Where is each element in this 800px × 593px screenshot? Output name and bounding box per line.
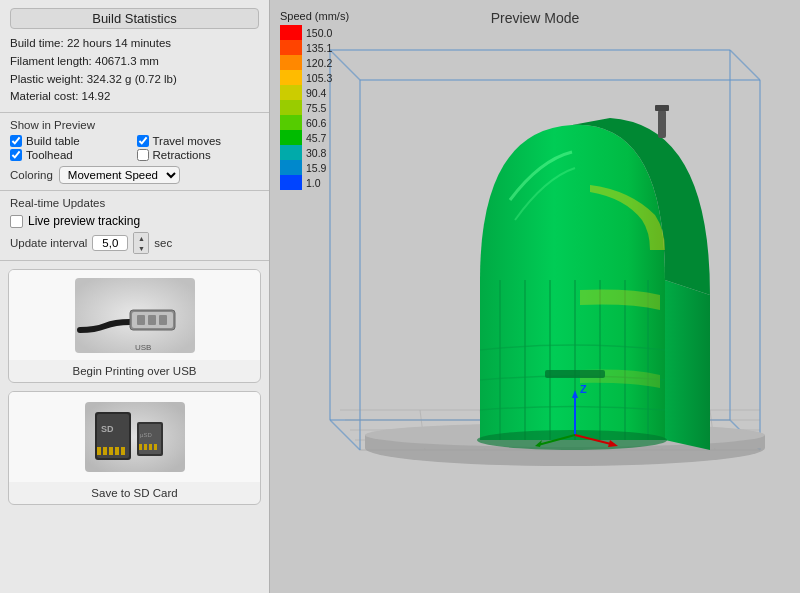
live-preview-row: Live preview tracking [10, 214, 259, 228]
svg-text:USB: USB [135, 343, 151, 352]
build-table-checkbox-item[interactable]: Build table [10, 135, 133, 147]
coloring-row: Coloring Movement Speed Line Type Layer … [10, 166, 259, 184]
plastic-weight: Plastic weight: 324.32 g (0.72 lb) [10, 71, 259, 89]
live-preview-label: Live preview tracking [28, 214, 140, 228]
legend-value-label: 1.0 [306, 177, 321, 189]
interval-up-button[interactable]: ▲ [134, 233, 148, 243]
interval-stepper: ▲ ▼ [133, 232, 149, 254]
legend-color-swatch [280, 130, 302, 145]
svg-text:Z: Z [580, 383, 587, 395]
toolhead-checkbox-item[interactable]: Toolhead [10, 149, 133, 161]
svg-rect-18 [139, 444, 142, 450]
legend-gradient: 150.0135.1120.2105.390.475.560.645.730.8… [280, 25, 360, 190]
legend-value-label: 150.0 [306, 27, 332, 39]
svg-point-58 [477, 430, 667, 450]
build-stats-title: Build Statistics [10, 8, 259, 29]
retractions-checkbox[interactable] [137, 149, 149, 161]
travel-moves-checkbox[interactable] [137, 135, 149, 147]
sdcard-print-button-card[interactable]: SD μSD Save to SD Card [8, 391, 261, 505]
svg-text:SD: SD [101, 424, 114, 434]
viewport-header: Preview Mode [491, 10, 580, 26]
live-preview-checkbox[interactable] [10, 215, 23, 228]
usb-connector-icon: USB [75, 278, 195, 353]
legend-item: 90.4 [280, 85, 360, 100]
legend-value-label: 75.5 [306, 102, 326, 114]
svg-rect-5 [159, 315, 167, 325]
svg-rect-20 [149, 444, 152, 450]
legend-color-swatch [280, 55, 302, 70]
build-table-label: Build table [26, 135, 80, 147]
show-in-preview-title: Show in Preview [10, 119, 259, 131]
svg-text:μSD: μSD [140, 432, 152, 438]
legend-item: 120.2 [280, 55, 360, 70]
checkbox-grid: Build table Travel moves Toolhead Retrac… [10, 135, 259, 161]
toolhead-label: Toolhead [26, 149, 73, 161]
legend-color-swatch [280, 175, 302, 190]
show-in-preview-section: Show in Preview Build table Travel moves… [0, 113, 269, 191]
legend-value-label: 105.3 [306, 72, 332, 84]
realtime-updates-section: Real-time Updates Live preview tracking … [0, 191, 269, 261]
svg-rect-13 [115, 447, 119, 455]
toolhead-checkbox[interactable] [10, 149, 22, 161]
build-time: Build time: 22 hours 14 minutes [10, 35, 259, 53]
print-buttons-section: USB Begin Printing over USB [0, 261, 269, 593]
update-interval-input[interactable] [92, 235, 128, 251]
coloring-label: Coloring [10, 169, 53, 181]
material-cost: Material cost: 14.92 [10, 88, 259, 106]
svg-rect-12 [109, 447, 113, 455]
legend-item: 30.8 [280, 145, 360, 160]
sdcard-button-label: Save to SD Card [83, 482, 185, 504]
usb-print-button-card[interactable]: USB Begin Printing over USB [8, 269, 261, 383]
interval-down-button[interactable]: ▼ [134, 243, 148, 253]
legend-item: 15.9 [280, 160, 360, 175]
legend-item: 1.0 [280, 175, 360, 190]
realtime-updates-title: Real-time Updates [10, 197, 259, 209]
legend-value-label: 60.6 [306, 117, 326, 129]
legend-item: 60.6 [280, 115, 360, 130]
svg-rect-19 [144, 444, 147, 450]
right-panel: Z Speed (mm/s) 150.0135.1120.2105.390.47… [270, 0, 800, 593]
svg-rect-10 [97, 447, 101, 455]
update-interval-row: Update interval ▲ ▼ sec [10, 232, 259, 254]
retractions-checkbox-item[interactable]: Retractions [137, 149, 260, 161]
left-panel: Build Statistics Build time: 22 hours 14… [0, 0, 270, 593]
svg-rect-4 [148, 315, 156, 325]
legend-color-swatch [280, 40, 302, 55]
legend-item: 135.1 [280, 40, 360, 55]
legend-color-swatch [280, 115, 302, 130]
legend-color-swatch [280, 70, 302, 85]
legend-value-label: 120.2 [306, 57, 332, 69]
legend-item: 75.5 [280, 100, 360, 115]
svg-rect-11 [103, 447, 107, 455]
legend-item: 45.7 [280, 130, 360, 145]
update-interval-label: Update interval [10, 237, 87, 249]
usb-button-label: Begin Printing over USB [64, 360, 204, 382]
legend-color-swatch [280, 85, 302, 100]
legend-color-swatch [280, 160, 302, 175]
retractions-label: Retractions [153, 149, 211, 161]
svg-rect-3 [137, 315, 145, 325]
legend-color-swatch [280, 145, 302, 160]
travel-moves-label: Travel moves [153, 135, 222, 147]
svg-rect-60 [655, 105, 669, 111]
legend-value-label: 90.4 [306, 87, 326, 99]
color-legend: Speed (mm/s) 150.0135.1120.2105.390.475.… [280, 10, 360, 190]
build-table-checkbox[interactable] [10, 135, 22, 147]
svg-rect-57 [545, 370, 605, 378]
sdcard-image: SD μSD [9, 392, 260, 482]
legend-value-label: 15.9 [306, 162, 326, 174]
usb-image: USB [9, 270, 260, 360]
svg-rect-14 [121, 447, 125, 455]
build-stats-section: Build Statistics Build time: 22 hours 14… [0, 0, 269, 113]
filament-length: Filament length: 40671.3 mm [10, 53, 259, 71]
build-stats-text: Build time: 22 hours 14 minutes Filament… [10, 35, 259, 106]
legend-value-label: 30.8 [306, 147, 326, 159]
legend-item: 105.3 [280, 70, 360, 85]
legend-color-swatch [280, 25, 302, 40]
svg-rect-21 [154, 444, 157, 450]
coloring-select[interactable]: Movement Speed Line Type Layer Height [59, 166, 180, 184]
legend-value-label: 135.1 [306, 42, 332, 54]
legend-value-label: 45.7 [306, 132, 326, 144]
travel-moves-checkbox-item[interactable]: Travel moves [137, 135, 260, 147]
legend-item: 150.0 [280, 25, 360, 40]
